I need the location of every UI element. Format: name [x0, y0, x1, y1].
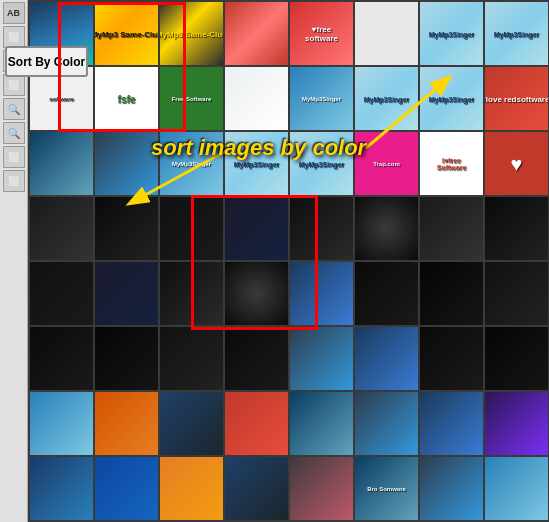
- image-cell-27[interactable]: [225, 197, 288, 260]
- tool-5[interactable]: ⬜: [3, 170, 25, 192]
- image-cell-23[interactable]: ♥: [485, 132, 548, 195]
- tool-3[interactable]: ⬜: [3, 74, 25, 96]
- image-cell-62[interactable]: [420, 457, 483, 520]
- image-cell-51[interactable]: [225, 392, 288, 455]
- image-cell-33[interactable]: [95, 262, 158, 325]
- image-cell-61[interactable]: Bro Somware: [355, 457, 418, 520]
- tool-zoom-out[interactable]: 🔍: [3, 122, 25, 144]
- image-cell-21[interactable]: Trap.com: [355, 132, 418, 195]
- image-cell-50[interactable]: [160, 392, 223, 455]
- image-grid-area: MyMp3 Same-ClubMyMp3 Same-Club♥freesoftw…: [28, 0, 549, 522]
- image-cell-11[interactable]: [225, 67, 288, 130]
- image-cell-6[interactable]: MyMp3Singer: [420, 2, 483, 65]
- image-cell-24[interactable]: [30, 197, 93, 260]
- image-cell-12[interactable]: MyMp3Singer: [290, 67, 353, 130]
- image-cell-31[interactable]: [485, 197, 548, 260]
- image-cell-53[interactable]: [355, 392, 418, 455]
- image-cell-60[interactable]: [290, 457, 353, 520]
- image-cell-58[interactable]: [160, 457, 223, 520]
- image-cell-63[interactable]: [485, 457, 548, 520]
- toolbar: AB ⬜ ⬜ ⬜ 🔍 🔍 ⬜ ⬜: [0, 0, 28, 522]
- image-cell-19[interactable]: MyMp3Singer: [225, 132, 288, 195]
- image-cell-22[interactable]: I♥freeSoftware: [420, 132, 483, 195]
- image-cell-43[interactable]: [225, 327, 288, 390]
- image-cell-55[interactable]: [485, 392, 548, 455]
- image-cell-34[interactable]: [160, 262, 223, 325]
- image-cell-40[interactable]: [30, 327, 93, 390]
- tool-zoom-in[interactable]: 🔍: [3, 98, 25, 120]
- image-cell-3[interactable]: [225, 2, 288, 65]
- image-cell-56[interactable]: [30, 457, 93, 520]
- image-cell-35[interactable]: [225, 262, 288, 325]
- image-cell-13[interactable]: MyMp3Singer: [355, 67, 418, 130]
- image-cell-46[interactable]: [420, 327, 483, 390]
- tool-4[interactable]: ⬜: [3, 146, 25, 168]
- image-cell-18[interactable]: MyMp3Singer: [160, 132, 223, 195]
- image-cell-49[interactable]: [95, 392, 158, 455]
- image-cell-57[interactable]: [95, 457, 158, 520]
- image-grid: MyMp3 Same-ClubMyMp3 Same-Club♥freesoftw…: [28, 0, 549, 522]
- image-cell-1[interactable]: MyMp3 Same-Club: [95, 2, 158, 65]
- image-cell-16[interactable]: [30, 132, 93, 195]
- image-cell-36[interactable]: [290, 262, 353, 325]
- image-cell-59[interactable]: [225, 457, 288, 520]
- image-cell-28[interactable]: [290, 197, 353, 260]
- image-cell-45[interactable]: [355, 327, 418, 390]
- sort-by-color-button[interactable]: Sort By Color: [5, 46, 88, 77]
- image-cell-42[interactable]: [160, 327, 223, 390]
- image-cell-20[interactable]: MyMp3Singer: [290, 132, 353, 195]
- image-cell-7[interactable]: MyMp3Singer: [485, 2, 548, 65]
- image-cell-32[interactable]: [30, 262, 93, 325]
- tool-1[interactable]: ⬜: [3, 26, 25, 48]
- image-cell-2[interactable]: MyMp3 Same-Club: [160, 2, 223, 65]
- tool-ab[interactable]: AB: [3, 2, 25, 24]
- image-cell-17[interactable]: [95, 132, 158, 195]
- image-cell-15[interactable]: ilove redsoftware: [485, 67, 548, 130]
- image-cell-25[interactable]: [95, 197, 158, 260]
- image-cell-38[interactable]: [420, 262, 483, 325]
- image-cell-47[interactable]: [485, 327, 548, 390]
- image-cell-39[interactable]: [485, 262, 548, 325]
- image-cell-48[interactable]: [30, 392, 93, 455]
- image-cell-37[interactable]: [355, 262, 418, 325]
- image-cell-41[interactable]: [95, 327, 158, 390]
- image-cell-29[interactable]: [355, 197, 418, 260]
- image-cell-44[interactable]: [290, 327, 353, 390]
- image-cell-9[interactable]: fsfe: [95, 67, 158, 130]
- image-cell-5[interactable]: [355, 2, 418, 65]
- image-cell-54[interactable]: [420, 392, 483, 455]
- image-cell-4[interactable]: ♥freesoftware: [290, 2, 353, 65]
- image-cell-10[interactable]: Free Software: [160, 67, 223, 130]
- image-cell-26[interactable]: [160, 197, 223, 260]
- image-cell-14[interactable]: MyMp3Singer: [420, 67, 483, 130]
- image-cell-30[interactable]: [420, 197, 483, 260]
- image-cell-52[interactable]: [290, 392, 353, 455]
